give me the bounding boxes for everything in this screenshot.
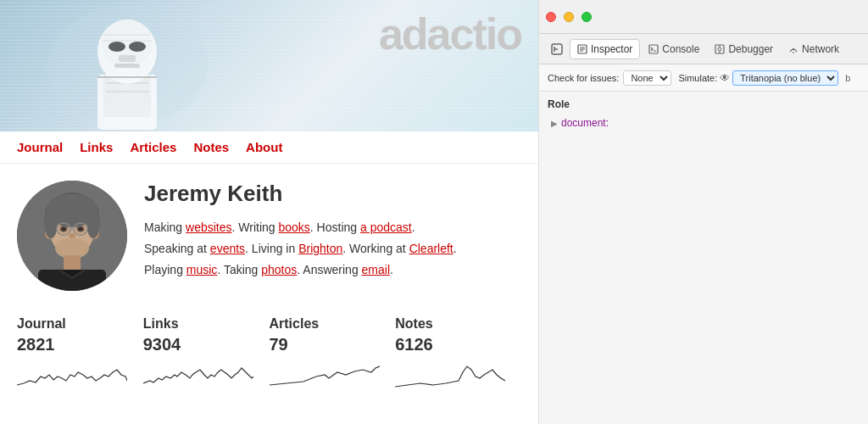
role-tree-item[interactable]: ▶ document: [548,115,860,131]
nav-journal[interactable]: Journal [17,140,63,154]
tab-inspector[interactable]: Inspector [570,39,640,59]
check-issues-select[interactable]: None [623,70,671,86]
minimize-button[interactable] [564,12,574,22]
svg-point-7 [108,42,125,52]
stat-journal: Journal 2821 [17,316,143,393]
more-options-indicator: b [845,73,850,83]
bio-link-events[interactable]: events [210,242,245,255]
profile-section: Jeremy Keith Making websites. Writing bo… [0,164,538,308]
accessibility-role-section: Role ▶ document: [548,98,860,131]
profile-info: Jeremy Keith Making websites. Writing bo… [144,181,521,282]
check-issues-label: Check for issues: [548,73,619,83]
stat-links-chart [143,360,253,389]
devtools-tabs: Inspector Console Debugger [539,34,868,64]
bio-link-photos[interactable]: photos [261,263,297,276]
svg-rect-9 [119,55,136,62]
eye-icon: 👁 [720,72,730,84]
bio-link-books[interactable]: books [278,220,309,234]
profile-bio: Making websites. Writing books. Hosting … [144,217,521,282]
devtools-panel: Inspector Console Debugger [538,0,868,424]
svg-point-49 [793,48,794,50]
simulate-select[interactable]: Tritanopia (no blue) [732,70,838,86]
svg-point-45 [718,47,721,51]
tab-debugger[interactable]: Debugger [708,40,780,59]
tab-inspector-label: Inspector [591,43,632,55]
nav-articles[interactable]: Articles [130,140,176,154]
tab-debugger-label: Debugger [728,43,773,55]
devtools-content: Role ▶ document: [539,92,868,424]
profile-name: Jeremy Keith [144,181,521,207]
bio-link-brighton[interactable]: Brighton [298,242,342,255]
stat-articles-chart [270,360,380,389]
bio-link-websites[interactable]: websites [186,220,231,234]
tab-console[interactable]: Console [642,40,706,59]
site-title: adactio [379,8,521,59]
stat-journal-count: 2821 [17,335,131,354]
check-issues-group: Check for issues: None [548,70,671,86]
stat-links-label: Links [143,316,257,332]
stat-journal-chart [17,360,127,389]
tree-expand-arrow: ▶ [551,119,558,128]
avatar [17,181,127,291]
network-icon [788,44,798,54]
stat-articles: Articles 79 [270,316,396,393]
tab-network[interactable]: Network [782,40,846,59]
role-tree-tag: document: [561,117,609,129]
picker-icon [551,43,563,55]
stats-section: Journal 2821 Links 9304 Articles 79 Note… [0,308,538,401]
svg-point-30 [44,208,58,238]
banner-figure [42,0,297,131]
stat-links-count: 9304 [143,335,257,354]
tab-picker[interactable] [546,40,568,59]
close-button[interactable] [546,12,556,22]
stat-notes-count: 6126 [395,335,509,354]
svg-point-31 [86,208,100,238]
role-label: Role [548,98,860,110]
inspector-icon [577,44,587,54]
stat-articles-count: 79 [270,335,383,354]
stat-notes: Notes 6126 [395,316,521,393]
svg-rect-10 [114,64,140,68]
stat-notes-chart [395,360,505,389]
devtools-toolbar [539,0,868,34]
main-nav: Journal Links Articles Notes About [0,131,538,164]
devtools-options-bar: Check for issues: None Simulate: 👁 Trita… [539,64,868,92]
stat-links: Links 9304 [143,316,270,393]
svg-rect-42 [649,45,658,53]
tab-network-label: Network [802,43,839,55]
simulate-group: Simulate: 👁 Tritanopia (no blue) [678,70,838,86]
nav-links[interactable]: Links [80,140,113,154]
header-banner: adactio [0,0,538,131]
stat-notes-label: Notes [395,316,509,332]
stat-articles-label: Articles [270,316,383,332]
svg-point-22 [78,227,83,232]
debugger-icon [715,44,725,54]
stat-journal-label: Journal [17,316,131,332]
bio-link-music[interactable]: music [186,263,218,276]
console-icon [648,44,659,54]
svg-point-23 [69,233,75,238]
tab-console-label: Console [662,43,699,55]
bio-link-clearleft[interactable]: Clearleft [409,242,453,255]
svg-point-8 [129,42,146,52]
nav-notes[interactable]: Notes [193,140,229,154]
maximize-button[interactable] [581,12,592,22]
bio-link-email[interactable]: email [362,263,390,276]
simulate-label: Simulate: [678,73,717,83]
nav-about[interactable]: About [246,140,282,154]
bio-link-podcast[interactable]: a podcast [360,220,412,234]
svg-point-21 [61,227,66,232]
